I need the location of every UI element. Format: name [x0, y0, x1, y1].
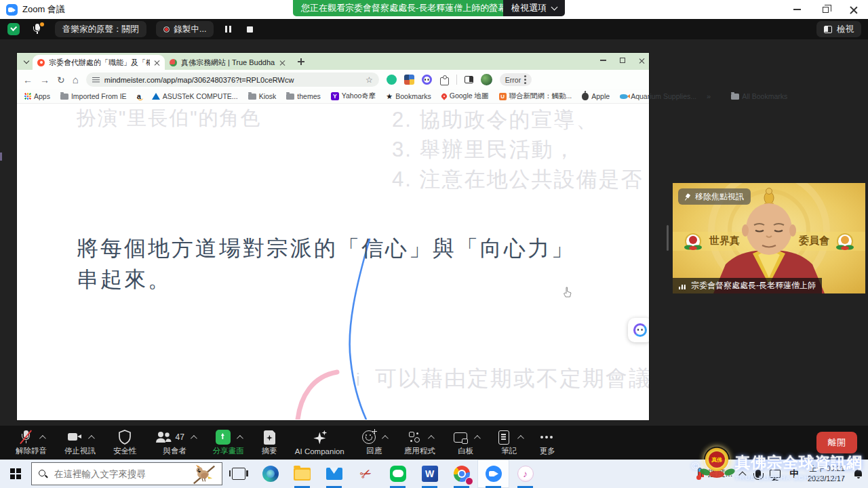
- taskbar-word[interactable]: W: [414, 460, 446, 488]
- taskbar-chrome[interactable]: [446, 460, 477, 488]
- unmute-button[interactable]: 解除靜音: [7, 426, 56, 460]
- back-button[interactable]: [23, 75, 33, 85]
- extension-icon[interactable]: [387, 75, 397, 85]
- mindmap-node-main[interactable]: 將每個地方道場對宗派的「信心」與「向心力」 串起來。: [77, 232, 575, 295]
- taskbar-clock[interactable]: 上午 00:21 2023/12/17: [808, 464, 845, 484]
- tab-search-button[interactable]: [20, 56, 33, 68]
- taskbar-zoom[interactable]: [477, 460, 509, 488]
- browser-close-button[interactable]: [639, 58, 645, 64]
- extension-icon[interactable]: [422, 75, 432, 85]
- bookmark-amazon[interactable]: a: [137, 92, 142, 100]
- remove-spotlight-button[interactable]: 移除焦點視訊: [678, 188, 751, 205]
- taskbar-file-explorer[interactable]: [286, 460, 318, 488]
- bookmark-udn[interactable]: U聯合新聞網：觸動...: [499, 92, 572, 101]
- task-view-button[interactable]: [222, 460, 254, 488]
- security-shield-icon[interactable]: [7, 23, 20, 35]
- notification-bell-icon[interactable]: [854, 469, 863, 479]
- taskbar-line[interactable]: [382, 460, 414, 488]
- summary-button[interactable]: 摘要: [253, 426, 286, 460]
- mindmap-node-faded-bottom[interactable]: 可以藉由定期或不定期會議: [375, 364, 649, 394]
- bookmark-bookmarks[interactable]: Bookmarks: [386, 92, 431, 101]
- address-bar[interactable]: mindmeister.com/app/map/3062480376?t=RPL…: [86, 73, 379, 87]
- taskbar-mail[interactable]: [318, 460, 350, 488]
- bookmark-kiosk[interactable]: Kiosk: [248, 92, 277, 100]
- view-button[interactable]: 檢視: [816, 21, 861, 37]
- panel-resize-grip[interactable]: [667, 225, 669, 251]
- ai-companion-button[interactable]: AI Companion: [286, 426, 353, 460]
- chevron-up-icon[interactable]: [517, 434, 524, 441]
- share-screen-button[interactable]: 分享畫面: [204, 426, 253, 460]
- side-panel-icon[interactable]: [465, 76, 473, 83]
- whiteboard-button[interactable]: 白板: [444, 426, 488, 460]
- view-options-button[interactable]: 檢視選項: [503, 0, 565, 16]
- tray-display-icon[interactable]: [770, 470, 781, 478]
- tray-overflow-chevron[interactable]: [739, 471, 747, 479]
- participants-button[interactable]: 47 與會者: [146, 426, 204, 460]
- bookmark-google-maps[interactable]: Google 地圖: [441, 92, 489, 101]
- apps-button[interactable]: 應用程式: [395, 426, 444, 460]
- new-tab-button[interactable]: [295, 56, 307, 68]
- site-settings-icon[interactable]: [92, 77, 100, 83]
- forward-button[interactable]: [40, 75, 50, 85]
- taskbar-snipping-tool[interactable]: ✂: [350, 460, 382, 488]
- more-button[interactable]: 更多: [531, 426, 564, 460]
- original-sound-button[interactable]: 音樂家的原聲：關閉: [55, 21, 146, 37]
- chevron-up-icon[interactable]: [191, 434, 197, 441]
- audio-status-icon[interactable]: [31, 22, 44, 36]
- pause-recording-button[interactable]: [220, 22, 235, 37]
- all-bookmarks-button[interactable]: All Bookmarks: [731, 92, 787, 100]
- search-input[interactable]: [53, 468, 168, 480]
- reload-button[interactable]: [57, 75, 65, 85]
- speaker-video-thumbnail[interactable]: 世界真 委員會 移除焦點視訊 宗委會督察處處長-長老釋蓮僧上師: [673, 183, 865, 293]
- taskbar-search-box[interactable]: [31, 462, 222, 485]
- home-button[interactable]: [73, 75, 79, 85]
- system-tray: 溫度... 中 上午 00:21 2023/12/17: [696, 460, 868, 488]
- restore-button[interactable]: [811, 0, 840, 19]
- bookmark-apps[interactable]: Apps: [24, 92, 50, 100]
- close-tab-icon[interactable]: [279, 60, 285, 66]
- tab-true-buddha[interactable]: 真佛宗務網站 | True Buddha S..: [165, 55, 290, 70]
- bookmark-label: Google 地圖: [450, 92, 489, 101]
- close-tab-icon[interactable]: [154, 60, 160, 66]
- sync-error-badge[interactable]: Error: [500, 73, 532, 86]
- weather-widget[interactable]: 溫度...: [696, 468, 733, 480]
- stop-video-button[interactable]: 停止視訊: [56, 426, 104, 460]
- notes-button[interactable]: 筆記: [488, 426, 531, 460]
- ai-assistant-widget[interactable]: [628, 318, 649, 342]
- leave-meeting-button[interactable]: 離開: [816, 432, 857, 453]
- browser-minimize-button[interactable]: [600, 60, 606, 60]
- stop-recording-button[interactable]: [242, 22, 257, 37]
- chevron-up-icon[interactable]: [474, 434, 481, 441]
- bookmark-apple[interactable]: Apple: [582, 92, 610, 100]
- chevron-up-icon[interactable]: [237, 434, 243, 441]
- extensions-puzzle-icon[interactable]: [439, 75, 449, 85]
- bookmark-themes[interactable]: themes: [286, 92, 320, 100]
- start-button[interactable]: [0, 460, 31, 488]
- bookmarks-overflow-icon[interactable]: [707, 92, 711, 100]
- bookmark-imported-from-ie[interactable]: Imported From IE: [60, 92, 127, 100]
- reactions-button[interactable]: 回應: [353, 426, 395, 460]
- chevron-up-icon[interactable]: [382, 434, 389, 441]
- bookmark-asustek[interactable]: ASUSTeK COMPUTE...: [152, 92, 238, 100]
- bookmark-aquarium[interactable]: Aquarium Supplies...: [620, 92, 696, 100]
- chevron-up-icon[interactable]: [88, 434, 95, 441]
- close-button[interactable]: [840, 0, 868, 19]
- mindmap-canvas[interactable]: 扮演"里長伯"的角色 2. 協助政令的宣導、 3. 舉辦里民活動， 4. 注意在…: [17, 104, 649, 420]
- tab-mindmeister[interactable]: 宗委會代辦處的「職能」及「概..: [33, 55, 165, 70]
- tray-microphone-icon[interactable]: [755, 470, 761, 478]
- profile-avatar[interactable]: [481, 74, 492, 85]
- bookmark-star-icon[interactable]: [366, 75, 373, 85]
- security-button[interactable]: 安全性: [104, 426, 146, 460]
- mindmap-node-faded[interactable]: 扮演"里長伯"的角色: [77, 105, 262, 132]
- browser-menu-icon[interactable]: [524, 79, 526, 81]
- extension-icon[interactable]: [404, 75, 414, 85]
- ime-indicator[interactable]: 中: [789, 468, 799, 480]
- chevron-up-icon[interactable]: [39, 434, 46, 441]
- browser-restore-button[interactable]: [620, 58, 625, 63]
- bookmark-yahoo[interactable]: YYahoo奇摩: [331, 92, 376, 101]
- chevron-up-icon[interactable]: [428, 434, 435, 441]
- taskbar-edge[interactable]: [254, 460, 286, 488]
- taskbar-itunes[interactable]: ♪: [509, 460, 541, 488]
- minimize-button[interactable]: [783, 0, 811, 19]
- mindmap-node-faded-list[interactable]: 2. 協助政令的宣導、 3. 舉辦里民活動， 4. 注意在地公共設備是否: [392, 105, 643, 195]
